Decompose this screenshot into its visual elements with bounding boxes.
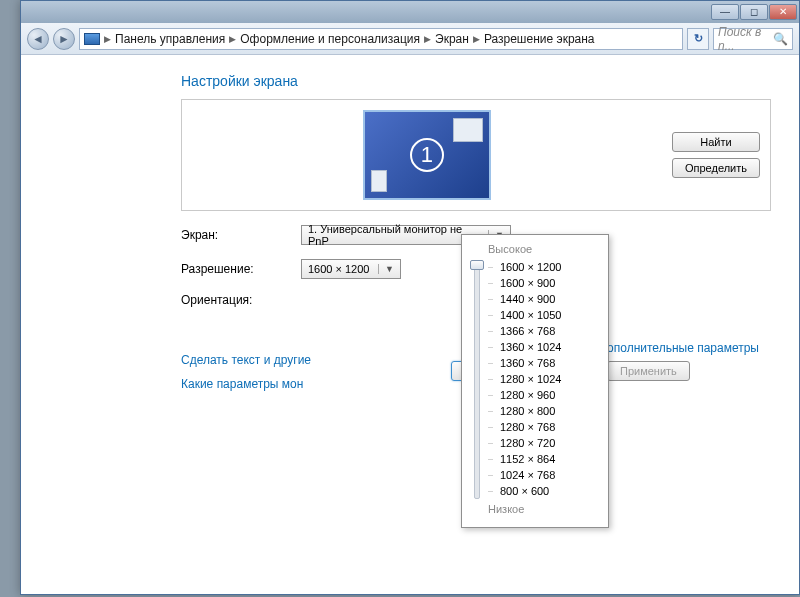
resolution-dropdown[interactable]: 1600 × 1200 ▼ bbox=[301, 259, 401, 279]
resolution-option[interactable]: –1280 × 960 bbox=[488, 387, 561, 403]
resolution-label: Разрешение: bbox=[181, 262, 291, 276]
breadcrumb[interactable]: Разрешение экрана bbox=[484, 32, 595, 46]
nav-back-button[interactable]: ◄ bbox=[27, 28, 49, 50]
breadcrumb[interactable]: Экран bbox=[435, 32, 469, 46]
navbar: ◄ ► ▶ Панель управления ▶ Оформление и п… bbox=[21, 23, 799, 55]
titlebar: — ◻ ✕ bbox=[21, 1, 799, 23]
resolution-option-label: 800 × 600 bbox=[500, 485, 549, 497]
nav-forward-button[interactable]: ► bbox=[53, 28, 75, 50]
tick-icon: – bbox=[488, 422, 498, 432]
tick-icon: – bbox=[488, 326, 498, 336]
resolution-option[interactable]: –1280 × 800 bbox=[488, 403, 561, 419]
tick-icon: – bbox=[488, 470, 498, 480]
content-area: Настройки экрана 1 Найти Определить Экра… bbox=[21, 57, 799, 594]
resolution-option[interactable]: –1152 × 864 bbox=[488, 451, 561, 467]
chevron-right-icon: ▶ bbox=[424, 34, 431, 44]
popup-low-label: Низкое bbox=[488, 503, 600, 515]
resolution-option-label: 1280 × 960 bbox=[500, 389, 555, 401]
chevron-down-icon: ▼ bbox=[378, 264, 394, 274]
tick-icon: – bbox=[488, 406, 498, 416]
resolution-option-label: 1280 × 720 bbox=[500, 437, 555, 449]
address-bar[interactable]: ▶ Панель управления ▶ Оформление и персо… bbox=[79, 28, 683, 50]
resolution-option-label: 1152 × 864 bbox=[500, 453, 555, 465]
tick-icon: – bbox=[488, 358, 498, 368]
popup-high-label: Высокое bbox=[488, 243, 600, 255]
apply-button[interactable]: Применить bbox=[607, 361, 690, 381]
tick-icon: – bbox=[488, 438, 498, 448]
tick-icon: – bbox=[488, 486, 498, 496]
screen-value: 1. Универсальный монитор не PnP bbox=[308, 223, 482, 247]
breadcrumb[interactable]: Оформление и персонализация bbox=[240, 32, 420, 46]
tick-icon: – bbox=[488, 390, 498, 400]
resolution-option-label: 1600 × 1200 bbox=[500, 261, 561, 273]
resolution-option-label: 1024 × 768 bbox=[500, 469, 555, 481]
tick-icon: – bbox=[488, 278, 498, 288]
resolution-option-label: 1366 × 768 bbox=[500, 325, 555, 337]
orientation-label: Ориентация: bbox=[181, 293, 291, 307]
monitor-number-badge: 1 bbox=[410, 138, 444, 172]
close-button[interactable]: ✕ bbox=[769, 4, 797, 20]
resolution-value: 1600 × 1200 bbox=[308, 263, 369, 275]
resolution-option[interactable]: –1280 × 1024 bbox=[488, 371, 561, 387]
control-panel-window: — ◻ ✕ ◄ ► ▶ Панель управления ▶ Оформлен… bbox=[20, 0, 800, 595]
resolution-option[interactable]: –800 × 600 bbox=[488, 483, 561, 499]
tick-icon: – bbox=[488, 294, 498, 304]
resolution-option[interactable]: –1400 × 1050 bbox=[488, 307, 561, 323]
resolution-option-label: 1360 × 768 bbox=[500, 357, 555, 369]
resolution-option[interactable]: –1360 × 768 bbox=[488, 355, 561, 371]
resolution-option[interactable]: –1280 × 720 bbox=[488, 435, 561, 451]
resolution-list: –1600 × 1200–1600 × 900–1440 × 900–1400 … bbox=[488, 259, 561, 501]
resolution-option-label: 1440 × 900 bbox=[500, 293, 555, 305]
resolution-option[interactable]: –1024 × 768 bbox=[488, 467, 561, 483]
screen-label: Экран: bbox=[181, 228, 291, 242]
maximize-button[interactable]: ◻ bbox=[740, 4, 768, 20]
find-button[interactable]: Найти bbox=[672, 132, 760, 152]
search-icon: 🔍 bbox=[773, 32, 788, 46]
monitor-side-buttons: Найти Определить bbox=[672, 132, 760, 178]
tick-icon: – bbox=[488, 310, 498, 320]
resolution-popup: Высокое –1600 × 1200–1600 × 900–1440 × 9… bbox=[461, 234, 609, 528]
resolution-option-label: 1360 × 1024 bbox=[500, 341, 561, 353]
resolution-slider[interactable] bbox=[474, 261, 480, 499]
tick-icon: – bbox=[488, 374, 498, 384]
resolution-option[interactable]: –1600 × 1200 bbox=[488, 259, 561, 275]
resolution-option[interactable]: –1440 × 900 bbox=[488, 291, 561, 307]
resolution-option[interactable]: –1366 × 768 bbox=[488, 323, 561, 339]
chevron-right-icon: ▶ bbox=[229, 34, 236, 44]
refresh-button[interactable]: ↻ bbox=[687, 28, 709, 50]
control-panel-icon bbox=[84, 33, 100, 45]
resolution-option[interactable]: –1600 × 900 bbox=[488, 275, 561, 291]
resolution-option-label: 1280 × 800 bbox=[500, 405, 555, 417]
tick-icon: – bbox=[488, 454, 498, 464]
monitor-preview-box: 1 Найти Определить bbox=[181, 99, 771, 211]
detect-button[interactable]: Определить bbox=[672, 158, 760, 178]
chevron-right-icon: ▶ bbox=[473, 34, 480, 44]
resolution-option-label: 1280 × 768 bbox=[500, 421, 555, 433]
resolution-option[interactable]: –1280 × 768 bbox=[488, 419, 561, 435]
search-placeholder: Поиск в п... bbox=[718, 25, 769, 53]
monitor-preview[interactable]: 1 bbox=[192, 110, 662, 200]
chevron-right-icon: ▶ bbox=[104, 34, 111, 44]
slider-thumb[interactable] bbox=[470, 260, 484, 270]
minimize-button[interactable]: — bbox=[711, 4, 739, 20]
resolution-option-label: 1400 × 1050 bbox=[500, 309, 561, 321]
resolution-option[interactable]: –1360 × 1024 bbox=[488, 339, 561, 355]
monitor-1[interactable]: 1 bbox=[363, 110, 491, 200]
advanced-link[interactable]: Дополнительные параметры bbox=[599, 341, 759, 355]
resolution-option-label: 1280 × 1024 bbox=[500, 373, 561, 385]
search-input[interactable]: Поиск в п... 🔍 bbox=[713, 28, 793, 50]
resolution-option-label: 1600 × 900 bbox=[500, 277, 555, 289]
breadcrumb[interactable]: Панель управления bbox=[115, 32, 225, 46]
page-title: Настройки экрана bbox=[181, 73, 771, 89]
tick-icon: – bbox=[488, 262, 498, 272]
tick-icon: – bbox=[488, 342, 498, 352]
monitor-thumb-icon bbox=[371, 170, 387, 192]
monitor-thumb-icon bbox=[453, 118, 483, 142]
